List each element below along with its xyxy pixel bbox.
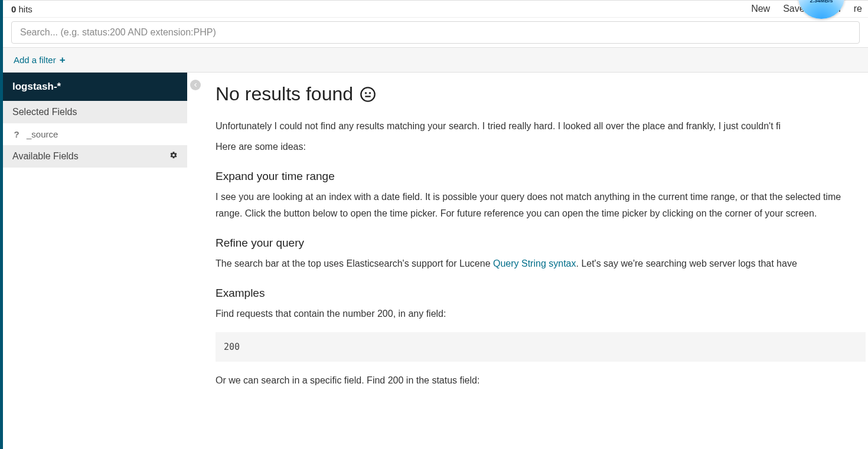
selected-field-item[interactable]: ? _source — [3, 123, 187, 145]
intro-text-line2: Here are some ideas: — [216, 139, 866, 155]
svg-point-1 — [366, 93, 366, 93]
fields-sidebar: logstash-* Selected Fields ? _source Ava… — [3, 73, 187, 417]
no-results-title: No results found — [216, 83, 353, 105]
svg-point-2 — [370, 93, 370, 93]
available-fields-title: Available Fields — [12, 151, 79, 162]
plus-icon: + — [60, 55, 66, 65]
refine-post: . Let's say we're searching web server l… — [576, 258, 797, 268]
intro-text-line1: Unfortunately I could not find any resul… — [216, 118, 866, 134]
expand-time-heading: Expand your time range — [216, 170, 866, 183]
gear-icon[interactable] — [169, 151, 178, 162]
example-1-text: Find requests that contain the number 20… — [216, 306, 866, 322]
no-results-heading: No results found — [216, 83, 866, 105]
field-type-icon: ? — [12, 129, 21, 139]
example-1-code: 200 — [216, 332, 866, 362]
svg-point-0 — [361, 87, 374, 101]
sidebar-collapse-column — [187, 73, 204, 417]
available-fields-header: Available Fields — [3, 145, 187, 168]
index-pattern-selector[interactable]: logstash-* — [3, 73, 187, 101]
query-string-syntax-link[interactable]: Query String syntax — [493, 258, 576, 268]
chevron-left-icon — [192, 82, 198, 88]
refine-pre: The search bar at the top uses Elasticse… — [216, 258, 493, 268]
refine-query-heading: Refine your query — [216, 237, 866, 250]
field-name: _source — [27, 129, 58, 139]
examples-heading: Examples — [216, 287, 866, 300]
filter-bar: Add a filter + — [3, 47, 868, 73]
hits-counter: 0 hits — [11, 4, 32, 14]
meh-face-icon — [359, 86, 377, 103]
share-button-partial[interactable]: re — [854, 4, 862, 14]
search-input[interactable] — [11, 21, 860, 44]
open-button[interactable]: Open — [818, 4, 841, 14]
collapse-sidebar-button[interactable] — [190, 80, 201, 90]
hits-label: hits — [19, 4, 32, 14]
refine-query-text: The search bar at the top uses Elasticse… — [216, 255, 866, 271]
expand-time-text: I see you are looking at an index with a… — [216, 189, 866, 221]
selected-fields-header: Selected Fields — [3, 101, 187, 123]
save-button[interactable]: Save — [783, 4, 804, 14]
results-panel: No results found Unfortunately I could n… — [204, 73, 868, 417]
search-row — [3, 18, 868, 47]
add-filter-button[interactable]: Add a filter + — [14, 55, 66, 65]
new-button[interactable]: New — [751, 4, 770, 14]
top-actions: New Save Open re — [751, 4, 862, 14]
add-filter-label: Add a filter — [14, 55, 56, 65]
example-2-text: Or we can search in a specific field. Fi… — [216, 372, 866, 388]
hits-count: 0 — [11, 4, 16, 14]
selected-fields-title: Selected Fields — [12, 107, 77, 117]
top-bar: 0 hits New Save Open re — [3, 0, 868, 18]
